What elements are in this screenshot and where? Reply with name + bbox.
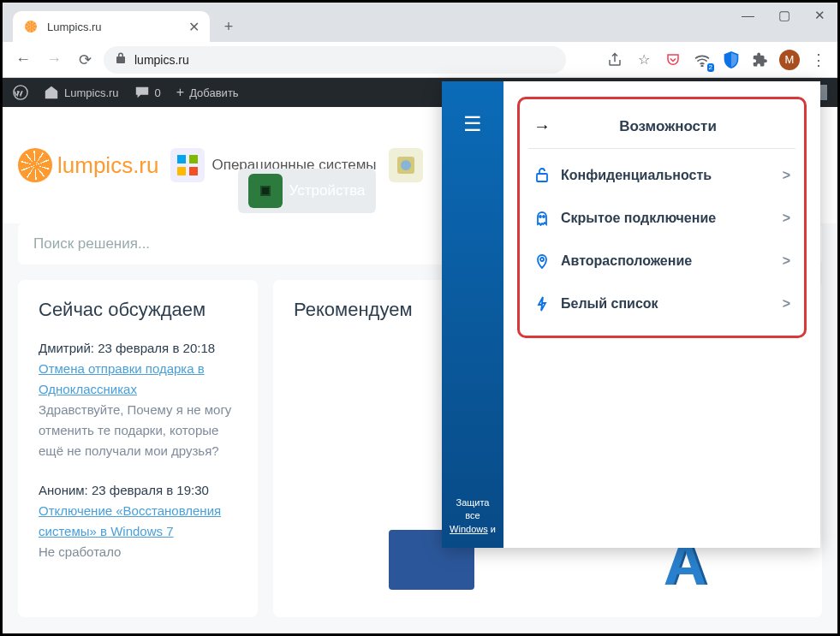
devices-aux-icon[interactable] — [389, 148, 423, 182]
share-icon[interactable] — [605, 50, 625, 70]
extension-item-label: Скрытое подключение — [561, 211, 716, 226]
chevron-right-icon: > — [783, 296, 790, 312]
svg-point-7 — [401, 160, 411, 170]
discuss-panel: Сейчас обсуждаем Дмитрий: 23 февраля в 2… — [18, 280, 258, 617]
extension-footer-link[interactable]: Windows — [450, 524, 488, 534]
extension-header: → Возможности — [528, 110, 795, 149]
search-placeholder: Поиск решения... — [33, 235, 150, 252]
lightning-icon — [533, 296, 551, 312]
browser-menu-button[interactable]: ⋮ — [808, 50, 829, 70]
tab-bar: Lumpics.ru ✕ + — [3, 3, 837, 42]
address-bar[interactable]: lumpics.ru — [104, 46, 566, 74]
browser-tab[interactable]: Lumpics.ru ✕ — [13, 11, 210, 42]
extension-sidebar: ☰ Защита все Windows и — [442, 81, 503, 548]
svg-rect-10 — [537, 174, 547, 181]
wifi-extension-icon[interactable]: 2 — [692, 50, 712, 70]
extension-item-privacy[interactable]: Конфиденциальность > — [528, 154, 795, 197]
extension-badge: 2 — [707, 63, 714, 72]
discuss-meta: Дмитрий: 23 февраля в 20:18 — [39, 338, 237, 359]
location-pin-icon — [533, 253, 551, 269]
discuss-link[interactable]: Отмена отправки подарка в Одноклассниках — [39, 361, 205, 396]
svg-point-11 — [539, 216, 541, 217]
lock-open-icon — [533, 168, 551, 183]
chevron-right-icon: > — [783, 168, 790, 183]
discuss-item: Дмитрий: 23 февраля в 20:18 Отмена отпра… — [39, 338, 237, 461]
extension-title: Возможности — [563, 118, 773, 135]
extension-item-label: Конфиденциальность — [561, 168, 712, 183]
os-icon — [170, 148, 205, 182]
extension-item-stealth[interactable]: Скрытое подключение > — [528, 197, 795, 240]
logo-text: lumpics.ru — [57, 153, 158, 178]
wp-logo[interactable] — [13, 85, 28, 100]
svg-rect-4 — [177, 167, 186, 175]
extension-footer: Защита все Windows и — [442, 484, 503, 548]
wp-site-name: Lumpics.ru — [64, 86, 119, 99]
bookmark-star-icon[interactable]: ☆ — [634, 50, 654, 70]
extension-item-label: Белый список — [561, 296, 658, 312]
url-text: lumpics.ru — [134, 53, 189, 67]
discuss-link[interactable]: Отключение «Восстановления системы» в Wi… — [39, 503, 221, 538]
extension-back-button[interactable]: → — [533, 116, 551, 136]
minimize-button[interactable]: — — [742, 8, 754, 23]
extension-menu-button[interactable]: ☰ — [463, 112, 482, 136]
toolbar-actions: ☆ 2 M ⋮ — [605, 50, 829, 70]
extension-highlight: → Возможности Конфиденциальность > Скрыт… — [517, 97, 807, 338]
tab-title: Lumpics.ru — [47, 21, 180, 33]
nav-devices[interactable]: Устройства — [238, 169, 376, 213]
chevron-right-icon: > — [783, 211, 790, 226]
discuss-text: Здравствуйте, Почему я не могу отменить … — [39, 400, 237, 461]
logo-icon — [18, 148, 52, 182]
wp-add-new[interactable]: + Добавить — [176, 85, 239, 100]
discuss-meta: Аноним: 23 февраля в 19:30 — [39, 480, 237, 501]
maximize-button[interactable]: ▢ — [778, 8, 790, 23]
svg-point-13 — [540, 258, 544, 261]
extension-item-autolocation[interactable]: Авторасположение > — [528, 240, 795, 282]
devices-icon — [248, 174, 283, 208]
discuss-text: Не сработало — [39, 542, 237, 562]
close-window-button[interactable]: ✕ — [814, 8, 825, 23]
back-button[interactable]: ← — [11, 48, 35, 72]
tab-favicon-icon — [23, 19, 39, 34]
svg-rect-3 — [189, 155, 198, 163]
wp-add-label: Добавить — [189, 86, 238, 99]
nav-devices-label: Устройства — [289, 182, 366, 199]
chevron-right-icon: > — [783, 253, 790, 269]
svg-rect-2 — [177, 155, 186, 163]
discuss-title: Сейчас обсуждаем — [39, 299, 237, 321]
extension-item-whitelist[interactable]: Белый список > — [528, 282, 795, 325]
svg-point-0 — [701, 65, 703, 67]
wp-site-link[interactable]: Lumpics.ru — [44, 85, 119, 100]
lock-icon — [116, 52, 126, 67]
browser-toolbar: ← → ⟳ lumpics.ru ☆ 2 M ⋮ — [3, 42, 837, 78]
wp-comments-count: 0 — [155, 86, 161, 99]
svg-rect-9 — [262, 187, 269, 194]
extensions-puzzle-icon[interactable] — [750, 50, 771, 70]
extension-main: → Возможности Конфиденциальность > Скрыт… — [503, 81, 820, 548]
tab-close-button[interactable]: ✕ — [188, 19, 200, 35]
svg-rect-5 — [189, 167, 198, 175]
wp-comments[interactable]: 0 — [134, 85, 161, 100]
forward-button[interactable]: → — [42, 48, 66, 72]
new-tab-button[interactable]: + — [217, 15, 241, 39]
profile-avatar[interactable]: M — [779, 50, 800, 70]
shield-extension-icon[interactable] — [721, 50, 742, 70]
pocket-icon[interactable] — [663, 50, 683, 70]
window-controls: — ▢ ✕ — [742, 8, 825, 23]
extension-popup: ☰ Защита все Windows и → Возможности Кон… — [442, 81, 820, 548]
reload-button[interactable]: ⟳ — [73, 48, 97, 72]
ghost-icon — [533, 211, 551, 226]
site-logo[interactable]: lumpics.ru — [18, 148, 158, 182]
svg-point-12 — [543, 216, 545, 217]
extension-item-label: Авторасположение — [561, 253, 692, 269]
discuss-item: Аноним: 23 февраля в 19:30 Отключение «В… — [39, 480, 237, 562]
